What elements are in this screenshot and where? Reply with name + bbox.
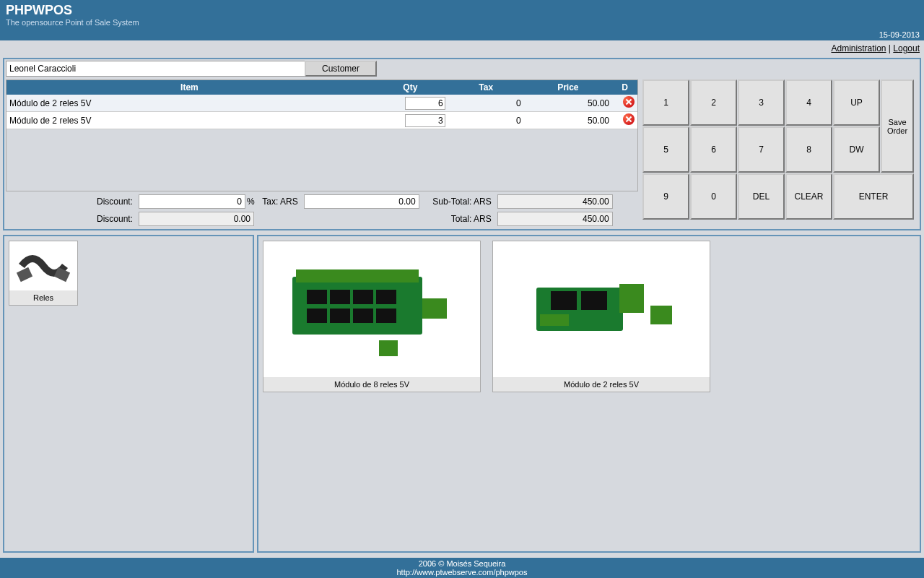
svg-rect-19	[540, 314, 569, 326]
key-enter[interactable]: ENTER	[833, 173, 914, 220]
administration-link[interactable]: Administration	[831, 43, 886, 53]
subtotal-label: Sub-Total: ARS	[422, 193, 494, 210]
svg-rect-10	[353, 309, 373, 323]
tax-input[interactable]	[304, 194, 419, 209]
delete-row-icon[interactable]	[623, 96, 635, 108]
key-2[interactable]: 2	[690, 79, 737, 126]
product-card[interactable]: Módulo de 8 reles 5V	[263, 241, 481, 392]
key-1[interactable]: 1	[642, 79, 689, 126]
items-table-container: Item Qty Tax Price D Módulo de 2 reles 5…	[6, 79, 638, 191]
key-dw[interactable]: DW	[833, 126, 880, 173]
qty-input[interactable]	[405, 114, 445, 127]
top-links: Administration | Logout	[0, 40, 924, 56]
category-image	[11, 243, 76, 289]
svg-rect-8	[307, 309, 327, 323]
discount-pct-input[interactable]	[139, 194, 245, 209]
key-up[interactable]: UP	[833, 79, 880, 126]
totals-table: Discount: % Tax: ARS Sub-Total: ARS Disc…	[6, 193, 638, 228]
items-table: Item Qty Tax Price D Módulo de 2 reles 5…	[6, 80, 637, 129]
col-qty: Qty	[372, 80, 448, 95]
product-card[interactable]: Módulo de 2 reles 5V	[492, 241, 710, 392]
date-bar: 15-09-2013	[0, 29, 924, 40]
category-card[interactable]: Reles	[9, 241, 78, 306]
link-separator: |	[886, 43, 894, 53]
key-clear[interactable]: CLEAR	[785, 173, 832, 220]
products-panel: Módulo de 8 reles 5V Módulo de 2 reles 5…	[257, 235, 921, 553]
cell-tax: 0	[448, 112, 524, 129]
tax-label: Tax: ARS	[258, 193, 301, 210]
svg-rect-5	[330, 290, 350, 304]
svg-rect-0	[17, 267, 32, 282]
category-label: Reles	[9, 290, 77, 305]
customer-input[interactable]	[6, 61, 305, 77]
key-4[interactable]: 4	[785, 79, 832, 126]
svg-rect-18	[650, 306, 672, 324]
col-item: Item	[6, 80, 372, 95]
qty-input[interactable]	[405, 97, 445, 110]
app-subtitle: The opensource Point of Sale System	[6, 18, 918, 27]
svg-rect-15	[551, 291, 577, 310]
key-0[interactable]: 0	[690, 173, 737, 220]
key-3[interactable]: 3	[738, 79, 785, 126]
key-8[interactable]: 8	[785, 126, 832, 173]
logout-link[interactable]: Logout	[893, 43, 920, 53]
col-delete: D	[612, 80, 637, 95]
svg-rect-2	[292, 277, 422, 335]
svg-rect-3	[296, 269, 419, 282]
product-label: Módulo de 2 reles 5V	[493, 377, 710, 392]
cell-price: 50.00	[524, 95, 612, 112]
cell-tax: 0	[448, 95, 524, 112]
pct-suffix: %	[247, 197, 255, 207]
categories-panel: Reles	[3, 235, 254, 553]
key-6[interactable]: 6	[690, 126, 737, 173]
table-row: Módulo de 2 reles 5V 0 50.00	[6, 112, 637, 129]
discount-pct-label: Discount:	[6, 193, 136, 210]
product-label: Módulo de 8 reles 5V	[263, 377, 480, 392]
key-9[interactable]: 9	[642, 173, 689, 220]
col-price: Price	[524, 80, 612, 95]
app-title: PHPWPOS	[6, 3, 918, 18]
save-order-button[interactable]: Save Order	[881, 79, 914, 173]
footer: 2006 © Moisés Sequeira http://www.ptwebs…	[0, 558, 924, 578]
key-7[interactable]: 7	[738, 126, 785, 173]
svg-rect-12	[422, 298, 447, 319]
svg-rect-9	[330, 309, 350, 323]
svg-rect-7	[376, 290, 396, 304]
footer-copyright: 2006 © Moisés Sequeira	[0, 559, 924, 568]
total-label: Total: ARS	[422, 210, 494, 228]
col-tax: Tax	[448, 80, 524, 95]
table-row: Módulo de 2 reles 5V 0 50.00	[6, 95, 637, 112]
cell-item: Módulo de 2 reles 5V	[6, 95, 372, 112]
app-header: PHPWPOS The opensource Point of Sale Sys…	[0, 0, 924, 29]
svg-rect-4	[307, 290, 327, 304]
product-image	[265, 243, 479, 375]
discount-amt-label: Discount:	[6, 210, 136, 228]
cell-item: Módulo de 2 reles 5V	[6, 112, 372, 129]
svg-rect-13	[379, 340, 398, 356]
footer-url[interactable]: http://www.ptwebserve.com/phpwpos	[397, 568, 528, 577]
svg-rect-17	[619, 284, 644, 313]
delete-row-icon[interactable]	[623, 113, 635, 125]
total-output	[497, 212, 613, 226]
key-5[interactable]: 5	[642, 126, 689, 173]
key-del[interactable]: DEL	[738, 173, 785, 220]
svg-rect-6	[353, 290, 373, 304]
svg-rect-11	[376, 309, 396, 323]
subtotal-output	[497, 194, 613, 209]
keypad: 1 2 3 4 UP Save Order 5 6 7 8 DW 9 0 DEL…	[642, 79, 918, 220]
cell-price: 50.00	[524, 112, 612, 129]
discount-amt-output	[139, 212, 254, 226]
svg-rect-16	[581, 291, 607, 310]
customer-button[interactable]: Customer	[305, 61, 377, 77]
product-image	[494, 243, 708, 375]
order-panel: Customer Item Qty Tax Price D	[3, 58, 921, 230]
